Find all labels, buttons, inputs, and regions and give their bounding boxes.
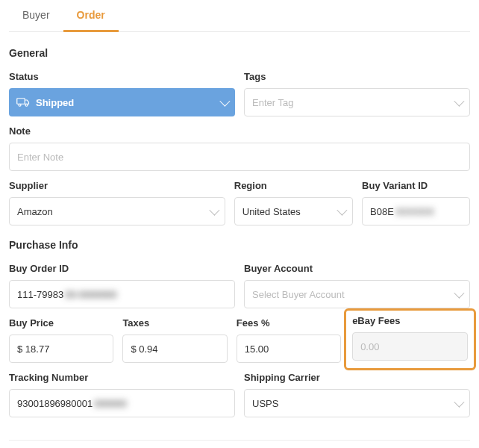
buy-variant-id-prefix: B08E (370, 206, 394, 217)
label-shipping-carrier: Shipping Carrier (244, 372, 470, 383)
shipping-carrier-select[interactable]: USPS (244, 389, 470, 417)
label-buyer-account: Buyer Account (244, 263, 470, 274)
chevron-down-icon (454, 96, 464, 107)
buyer-account-select[interactable]: Select Buyer Account (244, 280, 470, 308)
tracking-number-input[interactable]: 93001896980001000000 (9, 389, 235, 417)
tags-placeholder: Enter Tag (252, 97, 293, 108)
label-supplier: Supplier (9, 180, 225, 191)
truck-icon (16, 97, 30, 108)
buy-order-id-input[interactable]: 111-7998300-0000000 (9, 280, 235, 308)
taxes-input[interactable] (122, 335, 227, 363)
status-select[interactable]: Shipped (9, 88, 235, 116)
svg-point-2 (25, 104, 28, 106)
label-tags: Tags (244, 71, 470, 82)
label-buy-price: Buy Price (9, 317, 113, 329)
tab-order[interactable]: Order (63, 0, 119, 32)
ebay-fees-highlight: eBay Fees (344, 308, 476, 370)
note-input[interactable] (9, 143, 470, 171)
label-tracking-number: Tracking Number (9, 372, 235, 383)
chevron-down-icon (336, 205, 347, 216)
label-status: Status (9, 71, 235, 82)
label-fees-pct: Fees % (237, 317, 341, 329)
tracking-number-hidden: 000000 (94, 398, 126, 409)
section-general-title: General (9, 47, 470, 59)
status-value: Shipped (36, 97, 214, 108)
ebay-fees-input[interactable] (352, 332, 468, 361)
buy-order-id-hidden: 00-0000000 (65, 289, 116, 300)
supplier-select[interactable]: Amazon (9, 197, 225, 225)
buy-order-id-prefix: 111-79983 (17, 289, 63, 300)
section-purchase-title: Purchase Info (9, 239, 470, 251)
supplier-value: Amazon (17, 206, 53, 217)
label-buy-order-id: Buy Order ID (9, 263, 235, 274)
shipping-carrier-value: USPS (252, 398, 278, 409)
region-value: United States (242, 206, 301, 217)
fees-pct-input[interactable] (237, 335, 341, 363)
buyer-account-placeholder: Select Buyer Account (252, 289, 345, 300)
footer: Save (9, 440, 470, 448)
tags-select[interactable]: Enter Tag (244, 88, 470, 116)
label-ebay-fees: eBay Fees (352, 315, 468, 326)
tab-buyer[interactable]: Buyer (9, 0, 63, 31)
chevron-down-icon (454, 397, 464, 408)
region-select[interactable]: United States (234, 197, 353, 225)
chevron-down-icon (209, 205, 219, 216)
chevron-down-icon (219, 96, 230, 107)
chevron-down-icon (454, 288, 464, 299)
tracking-number-prefix: 93001896980001 (17, 398, 93, 409)
buy-variant-id-hidden: XXXXXX (395, 206, 434, 217)
label-buy-variant-id: Buy Variant ID (362, 180, 470, 191)
svg-point-1 (19, 104, 21, 106)
buy-price-input[interactable] (9, 335, 113, 363)
label-region: Region (234, 180, 353, 191)
svg-rect-0 (17, 99, 25, 105)
label-note: Note (9, 125, 470, 137)
label-taxes: Taxes (122, 317, 227, 329)
buy-variant-id-input[interactable]: B08EXXXXXX (362, 197, 470, 225)
tabs: Buyer Order (9, 0, 470, 32)
